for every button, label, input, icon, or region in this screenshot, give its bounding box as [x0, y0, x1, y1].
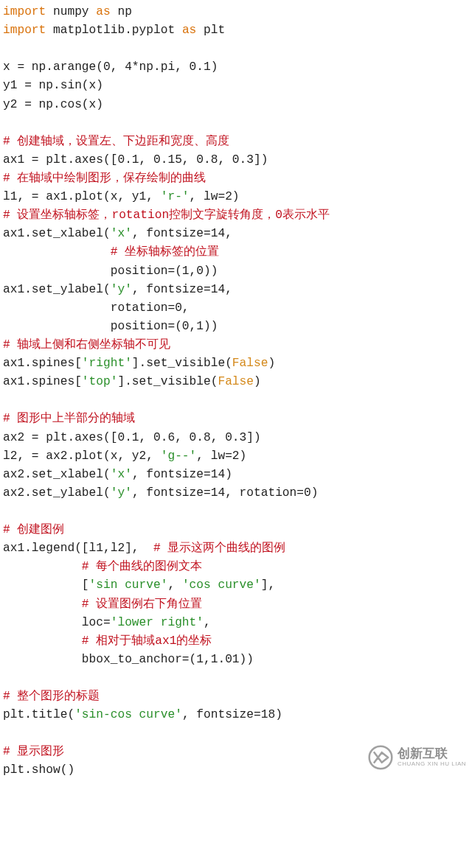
code-text: ): [268, 357, 275, 370]
indent: [3, 598, 82, 611]
code-text: ,: [204, 616, 211, 629]
code-text: , fontsize=14, rotation=0): [132, 486, 319, 500]
comment: # 创建轴域，设置左、下边距和宽度、高度: [3, 135, 229, 148]
string: 'cos curve': [182, 578, 261, 592]
code-text: plt: [196, 24, 225, 37]
comment: # 坐标轴标签的位置: [111, 245, 219, 259]
code-line: bbox_to_anchor=(1,1.01)): [3, 653, 254, 666]
indent: [3, 634, 82, 648]
comment: # 图形中上半部分的轴域: [3, 412, 135, 425]
code-text: ax2.set_xlabel(: [3, 468, 111, 481]
code-text: ,: [167, 578, 181, 592]
code-line: x = np.arange(0, 4*np.pi, 0.1): [3, 60, 218, 74]
comment: # 轴域上侧和右侧坐标轴不可见: [3, 338, 170, 351]
code-line: y2 = np.cos(x): [3, 98, 103, 111]
string: 'r-': [161, 190, 190, 203]
string: 'g--': [161, 449, 197, 463]
code-text: ax1.spines[: [3, 375, 82, 388]
code-text: plt.title(: [3, 708, 74, 721]
code-line: y1 = np.sin(x): [3, 79, 103, 92]
string: 'right': [82, 357, 132, 370]
boolean: False: [232, 357, 268, 370]
indent: [: [3, 578, 89, 592]
string: 'sin curve': [89, 578, 168, 592]
code-text: l2, = ax2.plot(x, y2,: [3, 449, 161, 463]
indent: [3, 560, 82, 573]
code-line: ax1 = plt.axes([0.1, 0.15, 0.8, 0.3]): [3, 153, 268, 167]
string: 'lower right': [111, 616, 204, 629]
code-text: , lw=2): [196, 449, 246, 463]
watermark-title: 创新互联: [398, 747, 466, 761]
code-line: position=(0,1)): [3, 320, 218, 333]
code-text: ax1.set_xlabel(: [3, 227, 111, 240]
code-line: rotation=0,: [3, 301, 190, 315]
indent: loc=: [3, 616, 111, 629]
boolean: False: [218, 375, 254, 388]
code-text: ax1.legend([l1,l2],: [3, 542, 153, 555]
code-text: ax2.set_ylabel(: [3, 486, 111, 500]
code-text: ].set_visible(: [117, 375, 218, 388]
code-line: ax2 = plt.axes([0.1, 0.6, 0.8, 0.3]): [3, 431, 261, 444]
comment: # 设置坐标轴标签，rotation控制文字旋转角度，0表示水平: [3, 209, 330, 222]
code-text: ): [254, 375, 261, 388]
code-text: numpy: [46, 5, 96, 18]
keyword-as: as: [182, 24, 196, 37]
comment: # 创建图例: [3, 523, 64, 536]
string: 'y': [111, 283, 132, 296]
code-text: ],: [261, 578, 275, 592]
comment: # 每个曲线的图例文本: [82, 560, 202, 573]
comment: # 整个图形的标题: [3, 690, 100, 703]
comment: # 相对于轴域ax1的坐标: [82, 634, 212, 648]
string: 'x': [111, 468, 132, 481]
keyword-import: import: [3, 5, 46, 18]
string: 'x': [111, 227, 132, 240]
string: 'y': [111, 486, 132, 500]
code-text: ax1.set_ylabel(: [3, 283, 111, 296]
comment: # 显示图形: [3, 745, 64, 758]
code-text: , fontsize=14,: [132, 283, 232, 296]
code-text: ].set_visible(: [132, 357, 232, 370]
watermark-logo-icon: [368, 745, 393, 770]
code-text: l1, = ax1.plot(x, y1,: [3, 190, 161, 203]
code-text: , lw=2): [190, 190, 240, 203]
code-text: ax1.spines[: [3, 357, 82, 370]
indent: [3, 245, 111, 259]
watermark: 创新互联 CHUANG XIN HU LIAN: [368, 745, 466, 770]
code-text: , fontsize=14,: [132, 227, 232, 240]
code-text: , fontsize=14): [132, 468, 232, 481]
code-text: np: [111, 5, 132, 18]
keyword-as: as: [96, 5, 110, 18]
code-text: , fontsize=18): [182, 708, 282, 721]
code-text: matplotlib.pyplot: [46, 24, 182, 37]
keyword-import: import: [3, 24, 46, 37]
code-line: position=(1,0)): [3, 265, 218, 278]
comment: # 设置图例右下角位置: [82, 598, 202, 611]
comment: # 在轴域中绘制图形，保存绘制的曲线: [3, 172, 206, 185]
watermark-subtitle: CHUANG XIN HU LIAN: [398, 761, 466, 768]
string: 'top': [82, 375, 118, 388]
code-block: import numpy as np import matplotlib.pyp…: [3, 3, 469, 780]
comment: # 显示这两个曲线的图例: [153, 542, 285, 555]
code-line: plt.show(): [3, 763, 74, 777]
string: 'sin-cos curve': [74, 708, 182, 721]
